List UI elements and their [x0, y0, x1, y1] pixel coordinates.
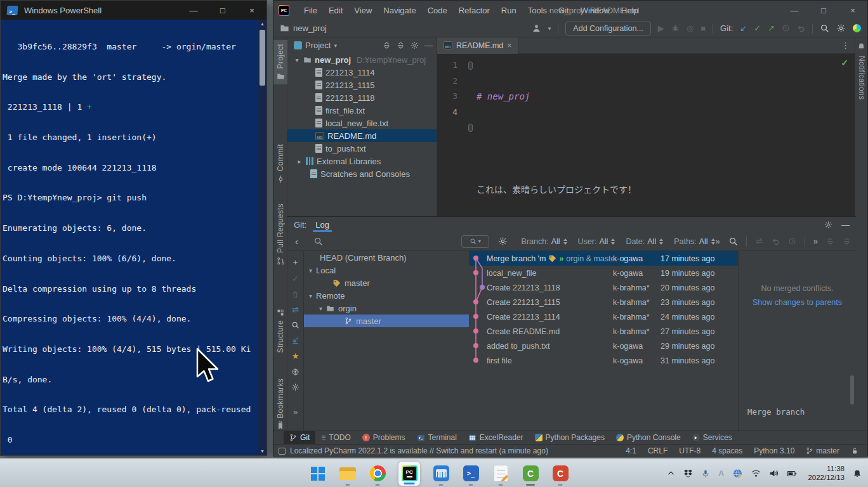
pycharm-minimize-button[interactable]: —	[780, 1, 809, 20]
log-settings-gear-icon[interactable]	[498, 237, 508, 246]
tree-file-row[interactable]: 221213_1118	[287, 91, 437, 104]
tree-scratches-row[interactable]: Scratches and Consoles	[287, 167, 437, 180]
line-ending[interactable]: CRLF	[648, 446, 667, 455]
menu-refactor[interactable]: Refactor	[453, 6, 496, 15]
commit-row[interactable]: added to_push.txt k-ogawa 29 minutes ago	[469, 339, 738, 353]
browse-icon[interactable]	[291, 368, 299, 376]
notification-center-bell-icon[interactable]	[853, 469, 862, 478]
show-changes-link[interactable]: Show changes to parents	[739, 298, 856, 307]
tree-file-row-selected[interactable]: MDREADME.md	[287, 129, 437, 142]
new-branch-icon[interactable]: +	[293, 257, 298, 267]
tree-file-row[interactable]: local_new_file.txt	[287, 117, 437, 129]
volume-icon[interactable]	[769, 469, 779, 478]
revert-icon[interactable]	[772, 237, 780, 245]
stripe-structure[interactable]: Structure	[273, 309, 287, 353]
pycharm-close-button[interactable]: ×	[838, 1, 867, 20]
interpreter[interactable]: Python 3.10	[754, 446, 794, 455]
collapse-all-icon[interactable]	[397, 41, 405, 49]
filter-user[interactable]: User:All	[578, 237, 616, 246]
commit-row[interactable]: local_new_file k-ogawa 19 minutes ago	[469, 266, 738, 280]
commit-row[interactable]: Create 221213_1115 k-brahma* 23 minutes …	[469, 295, 738, 309]
project-settings-gear-icon[interactable]	[411, 41, 419, 49]
git-panel-hide-icon[interactable]: —	[841, 220, 850, 230]
tree-root-row[interactable]: ▾ new_proj D:¥temp¥new_proj	[287, 53, 437, 66]
commit-row[interactable]: Create 221213_1118 k-brahma* 20 minutes …	[469, 280, 738, 295]
toolwindow-python-console[interactable]: Python Console	[610, 431, 687, 445]
more-branch-actions-icon[interactable]: »	[293, 407, 298, 417]
filter-date[interactable]: Date:All	[626, 237, 664, 246]
toolwindow-git[interactable]: Git	[284, 431, 315, 445]
git-branch-widget[interactable]: master	[806, 446, 839, 455]
git-update-icon[interactable]: ↙	[740, 23, 747, 33]
favorite-branch-icon[interactable]: ★	[292, 351, 299, 361]
settings-gear-icon[interactable]	[836, 23, 846, 33]
caret-position[interactable]: 4:1	[626, 446, 636, 455]
menu-file[interactable]: File	[298, 6, 323, 15]
log-filter-search-combo[interactable]: ▾	[461, 235, 489, 248]
back-icon[interactable]: ‹	[295, 236, 298, 247]
toolwindow-problems[interactable]: ! Problems	[357, 431, 411, 445]
menu-view[interactable]: View	[348, 6, 378, 15]
commit-row[interactable]: first file k-ogawa 31 minutes ago	[469, 353, 738, 368]
stripe-more[interactable]: »	[273, 418, 287, 425]
file-encoding[interactable]: UTF-8	[679, 446, 700, 455]
fold-marker-icon[interactable]	[468, 124, 473, 132]
branch-search-icon[interactable]	[313, 237, 323, 246]
history-icon[interactable]	[782, 24, 790, 32]
search-everywhere-icon[interactable]	[820, 23, 829, 33]
scroll-up-icon[interactable]: ▲	[258, 20, 266, 28]
user-icon[interactable]	[532, 23, 541, 33]
show-history-icon[interactable]	[788, 237, 796, 245]
inspection-ok-icon[interactable]: ✓	[841, 58, 848, 68]
hide-panel-icon[interactable]: —	[424, 41, 433, 50]
add-configuration-button[interactable]: Add Configuration...	[565, 22, 651, 36]
tab-readme[interactable]: MD README.md ×	[437, 37, 518, 54]
coverage-icon[interactable]: ◎	[687, 23, 694, 33]
editor-gutter[interactable]: 1 2 3 4	[437, 54, 466, 216]
wifi-icon[interactable]	[751, 469, 761, 478]
run-icon[interactable]: ▶	[658, 23, 664, 33]
toolbar-project-name[interactable]: new_proj	[293, 23, 327, 33]
taskbar-powershell[interactable]: >_	[461, 461, 480, 486]
scrollbar-thumb[interactable]	[260, 30, 265, 86]
powershell-minimize-button[interactable]: —	[179, 1, 208, 20]
toolwindow-excelreader[interactable]: ExcelReader	[463, 431, 529, 445]
powershell-console[interactable]: 3b9fc56..28829f3 master -> orgin/master …	[1, 20, 258, 455]
rollback-icon[interactable]	[797, 24, 805, 32]
cherry-pick-icon[interactable]	[755, 237, 763, 245]
taskbar-pycharm-active[interactable]: PC	[398, 461, 421, 486]
collapse-all-icon[interactable]	[843, 237, 851, 245]
toolwindow-terminal[interactable]: Terminal	[411, 431, 463, 445]
commit-row[interactable]: Create README.md k-brahma* 27 minutes ag…	[469, 324, 738, 339]
tray-overflow-chevron-icon[interactable]	[667, 469, 675, 477]
project-panel-header[interactable]: Project ▾ —	[287, 37, 437, 53]
powershell-maximize-button[interactable]: □	[208, 1, 237, 20]
toolwindow-todo[interactable]: ≡ TODO	[315, 431, 356, 445]
battery-icon[interactable]	[787, 469, 797, 479]
debug-icon[interactable]	[671, 24, 680, 32]
taskbar-chrome[interactable]	[368, 461, 387, 486]
expand-all-icon[interactable]	[826, 237, 834, 245]
stop-icon[interactable]: ■	[700, 23, 706, 33]
menu-tools[interactable]: Tools	[522, 6, 553, 15]
stripe-project[interactable]: Project	[273, 40, 287, 84]
compare-branches-icon[interactable]	[291, 306, 299, 314]
branch-settings-gear-icon[interactable]	[291, 383, 299, 391]
taskbar-notepad[interactable]	[491, 461, 510, 486]
filter-paths[interactable]: Paths:All	[674, 237, 715, 246]
ime-indicator[interactable]: A	[718, 469, 724, 478]
taskbar-explorer[interactable]	[338, 461, 357, 486]
indent-setting[interactable]: 4 spaces	[712, 446, 742, 455]
editor-more-icon[interactable]: ⋮	[841, 41, 856, 50]
powershell-titlebar[interactable]: >_ Windows PowerShell — □ ×	[1, 1, 266, 20]
dropbox-icon[interactable]	[683, 469, 693, 478]
taskbar-camtasia-green[interactable]: C	[521, 461, 540, 486]
more-actions-icon[interactable]: »	[813, 237, 818, 246]
git-panel-gear-icon[interactable]	[824, 221, 832, 229]
delete-branch-icon[interactable]	[291, 290, 299, 299]
scroll-down-icon[interactable]: ▼	[258, 447, 266, 455]
tree-file-row[interactable]: to_push.txt	[287, 142, 437, 155]
filter-branch[interactable]: Branch:All	[522, 237, 568, 246]
select-opened-file-icon[interactable]	[383, 41, 391, 49]
tree-external-libraries-row[interactable]: ▸ External Libraries	[287, 155, 437, 167]
